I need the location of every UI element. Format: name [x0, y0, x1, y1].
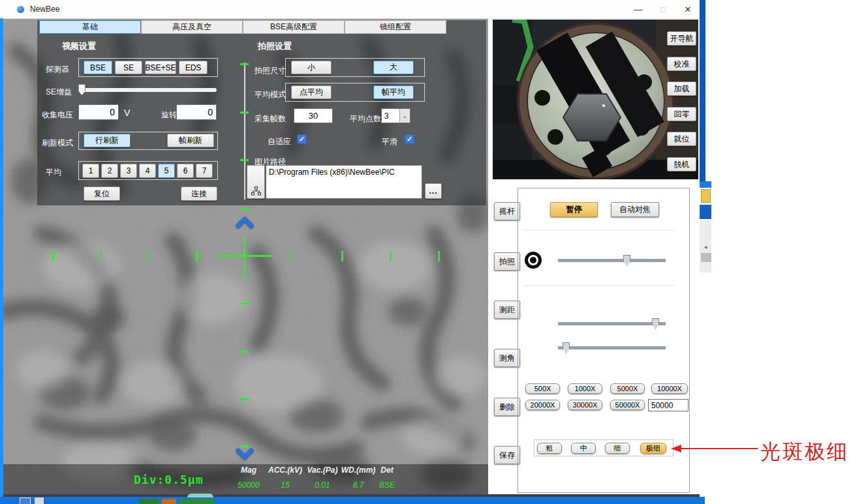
taskbar-icon[interactable] [20, 497, 31, 504]
taskbar-icon[interactable] [35, 497, 44, 504]
rotation-label: 旋转 [161, 110, 177, 121]
nav-label: 就位 [674, 134, 690, 145]
contrast-slider-track[interactable] [558, 346, 666, 349]
smooth-label: 平滑 [382, 136, 397, 147]
close-button[interactable]: ✕ [676, 0, 700, 18]
average-5-button[interactable]: 5 [158, 164, 175, 178]
image-path-input[interactable]: D:\Program Files (x86)\NewBee\PIC [266, 165, 422, 199]
tab-bse-advanced[interactable]: BSE高级配置 [243, 20, 345, 34]
avg-frame-button[interactable]: 帧平均 [373, 85, 414, 99]
chevron-down-icon[interactable]: ⌄ [399, 109, 410, 123]
autofocus-label: 自动对焦 [619, 204, 651, 215]
tool-delete-button[interactable]: 删除 [494, 398, 520, 416]
brightness-slider-track[interactable] [558, 322, 666, 325]
chevron-down-icon[interactable] [235, 447, 255, 462]
nav-calibrate-button[interactable]: 校准 [667, 57, 696, 71]
connect-button[interactable]: 连接 [181, 186, 217, 201]
average-1-button[interactable]: 1 [82, 164, 99, 178]
video-settings-title: 视频设置 [62, 40, 96, 52]
rotation-input[interactable]: 0 [176, 104, 217, 120]
detector-eds-button[interactable]: EDS [179, 61, 208, 74]
minimize-button[interactable]: — [627, 0, 650, 18]
size-small-button[interactable]: 小 [291, 61, 332, 74]
average-3-button[interactable]: 3 [120, 164, 137, 178]
se-gain-slider-track[interactable] [78, 88, 217, 92]
mag-input[interactable]: 50000 [648, 399, 689, 411]
average-option-label: 2 [108, 166, 112, 175]
average-option-label: 5 [164, 166, 169, 175]
tool-save-button[interactable]: 保存 [494, 446, 520, 464]
tool-joystick-button[interactable]: 摇杆 [494, 202, 520, 220]
tab-hv-vacuum[interactable]: 高压及真空 [141, 20, 243, 34]
connect-label: 连接 [191, 188, 207, 200]
mag-1000x-button[interactable]: 1000X [568, 383, 602, 394]
taskbar-icon[interactable] [179, 499, 213, 504]
mag-500x-button[interactable]: 500X [525, 383, 560, 394]
mag-label: 10000X [657, 385, 682, 393]
nav-open-navigation-button[interactable]: 开导航 [667, 31, 696, 46]
size-large-button[interactable]: 大 [373, 61, 414, 74]
ruler-tick [438, 251, 440, 261]
nav-in-position-button[interactable]: 就位 [667, 132, 696, 146]
tool-measure-angle-button[interactable]: 测角 [494, 349, 520, 367]
average-2-button[interactable]: 2 [101, 164, 118, 178]
tab-basic[interactable]: 基础 [39, 20, 141, 34]
status-value-acc: 15 [281, 481, 289, 490]
scale-readout: Div:0.5μm [134, 473, 204, 486]
taskbar-icon[interactable] [139, 499, 159, 504]
spot-coarse-button[interactable]: 粗 [537, 443, 562, 454]
chevron-up-icon[interactable] [235, 216, 255, 231]
ruler-tick [240, 208, 249, 210]
detector-bse-button[interactable]: BSE [84, 61, 112, 74]
ruler-tick [100, 251, 102, 261]
mag-30000x-button[interactable]: 30000X [568, 400, 602, 410]
crosshair [243, 236, 245, 279]
background-window-fragment [701, 189, 711, 203]
mag-20000x-button[interactable]: 20000X [525, 400, 560, 410]
refresh-frame-button[interactable]: 帧刷新 [167, 134, 214, 147]
points-value: 3 [382, 111, 399, 121]
spot-extra-fine-button[interactable]: 极细 [640, 443, 666, 454]
tab-label: BSE高级配置 [270, 22, 317, 33]
focus-target-icon[interactable] [525, 252, 542, 269]
maximize-button[interactable]: □ [651, 0, 675, 18]
status-value-wd: 8.7 [353, 481, 364, 490]
focus-slider-track[interactable] [558, 259, 666, 262]
mag-50000x-button[interactable]: 50000X [610, 400, 645, 410]
ruler-tick [148, 251, 150, 261]
mag-input-value: 50000 [649, 401, 673, 410]
detector-bse-se-button[interactable]: BSE+SE [145, 61, 176, 74]
mag-5000x-button[interactable]: 5000X [610, 383, 645, 394]
average-4-button[interactable]: 4 [139, 164, 156, 178]
detector-option-label: BSE+SE [145, 63, 176, 72]
taskbar-icon[interactable] [187, 494, 213, 497]
focus-label: 聚焦 [523, 237, 540, 248]
path-tree-button[interactable] [247, 165, 265, 199]
smooth-checkbox[interactable]: ✓ [405, 134, 414, 144]
tab-lens-config[interactable]: 镜组配置 [345, 20, 446, 34]
taskbar-icon[interactable] [162, 499, 176, 504]
nav-load-button[interactable]: 加载 [667, 82, 696, 96]
average-7-button[interactable]: 7 [196, 164, 213, 178]
nav-return-zero-button[interactable]: 回零 [667, 107, 696, 121]
mag-10000x-button[interactable]: 10000X [651, 383, 688, 394]
reset-button[interactable]: 复位 [84, 186, 120, 201]
detector-se-button[interactable]: SE [115, 61, 142, 74]
frames-input[interactable]: 30 [294, 108, 333, 123]
autofocus-button[interactable]: 自动对焦 [611, 202, 659, 217]
nav-offline-button[interactable]: 脱机 [667, 157, 696, 171]
ruler-tick [240, 159, 249, 161]
average-6-button[interactable]: 6 [177, 164, 194, 178]
pause-button[interactable]: 暂停 [550, 202, 598, 217]
tool-photo-button[interactable]: 拍照 [494, 252, 520, 271]
annotation-arrow [671, 443, 758, 456]
points-dropdown[interactable]: 3 ⌄ [381, 108, 410, 123]
spot-fine-button[interactable]: 细 [605, 443, 630, 454]
adaptive-checkbox[interactable]: ✓ [297, 134, 307, 144]
browse-button[interactable]: ... [425, 183, 442, 199]
avg-point-button[interactable]: 点平均 [291, 85, 332, 99]
spot-medium-button[interactable]: 中 [571, 443, 596, 454]
collect-voltage-input[interactable]: 0 [78, 104, 119, 120]
refresh-line-button[interactable]: 行刷新 [84, 134, 131, 147]
tool-measure-distance-button[interactable]: 测距 [494, 301, 520, 319]
